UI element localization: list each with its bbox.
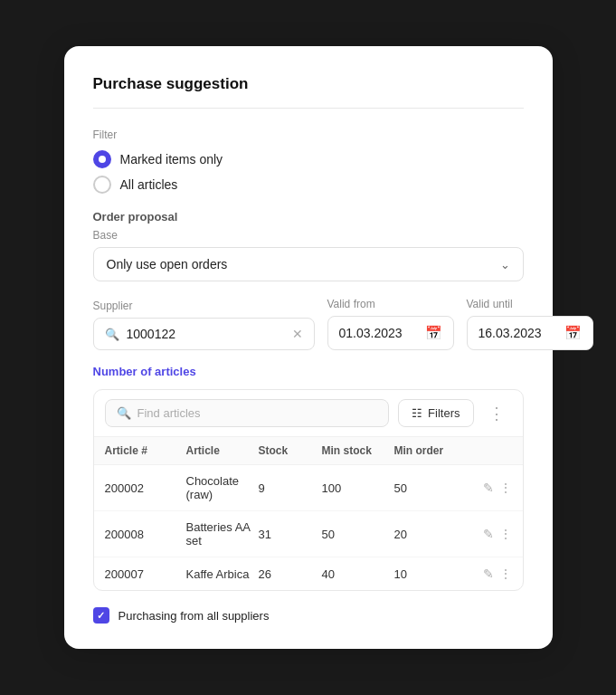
- valid-until-calendar-icon: 📅: [564, 325, 582, 341]
- article-name-1: Batteries AA set: [186, 520, 259, 547]
- valid-from-group: Valid from 01.03.2023 📅: [327, 298, 454, 350]
- card-title: Purchase suggestion: [93, 75, 524, 109]
- valid-from-input[interactable]: 01.03.2023 📅: [327, 316, 454, 350]
- edit-icon-1[interactable]: ✎: [483, 527, 494, 541]
- edit-icon-2[interactable]: ✎: [483, 566, 494, 581]
- col-min-order: Min order: [394, 444, 467, 457]
- order-proposal-section: Order proposal Base Only use open orders…: [93, 210, 524, 281]
- chevron-down-icon: ⌄: [500, 258, 510, 271]
- min-stock-1: 50: [322, 528, 394, 541]
- supplier-group: Supplier 🔍 ✕: [93, 300, 315, 350]
- edit-icon-0[interactable]: ✎: [483, 481, 494, 495]
- base-select[interactable]: Only use open orders ⌄: [93, 247, 524, 281]
- supplier-date-row: Supplier 🔍 ✕ Valid from 01.03.2023 📅 Val…: [93, 298, 524, 350]
- row-more-icon-2[interactable]: ⋮: [499, 566, 512, 581]
- base-label: Base: [93, 229, 524, 242]
- supplier-search-icon: 🔍: [105, 328, 119, 341]
- supplier-input-box: 🔍 ✕: [93, 318, 315, 350]
- article-name-0: Chocolate (raw): [186, 474, 259, 501]
- col-actions: [467, 444, 512, 457]
- valid-until-value: 16.03.2023: [479, 326, 542, 340]
- min-stock-0: 100: [322, 481, 394, 495]
- articles-toolbar: 🔍 Find articles ☷ Filters ⋮: [94, 390, 523, 437]
- purchasing-checkbox-label: Purchasing from all suppliers: [118, 609, 270, 623]
- valid-from-calendar-icon: 📅: [425, 325, 442, 341]
- table-row: 200007 Kaffe Arbica 26 40 10 ✎ ⋮: [94, 557, 523, 590]
- min-stock-2: 40: [322, 567, 394, 581]
- filter-label: Filter: [93, 129, 524, 141]
- supplier-label: Supplier: [93, 300, 315, 312]
- valid-from-label: Valid from: [327, 298, 454, 310]
- col-stock: Stock: [259, 444, 322, 457]
- supplier-input[interactable]: [127, 327, 285, 341]
- purchase-suggestion-card: Purchase suggestion Filter Marked items …: [64, 46, 553, 649]
- stock-0: 9: [259, 481, 322, 495]
- valid-until-input[interactable]: 16.03.2023 📅: [467, 316, 593, 350]
- col-article: Article: [186, 444, 259, 457]
- row-more-icon-0[interactable]: ⋮: [499, 481, 512, 495]
- min-order-2: 10: [394, 567, 467, 581]
- col-article-num: Article #: [105, 444, 186, 457]
- article-name-2: Kaffe Arbica: [186, 567, 259, 581]
- valid-from-value: 01.03.2023: [339, 326, 403, 340]
- min-order-1: 20: [394, 528, 467, 541]
- col-min-stock: Min stock: [322, 444, 394, 457]
- radio-marked-label: Marked items only: [120, 152, 223, 167]
- article-num-2: 200007: [105, 567, 186, 581]
- table-row: 200008 Batteries AA set 31 50 20 ✎ ⋮: [94, 511, 523, 557]
- articles-section-label: Number of articles: [93, 365, 524, 378]
- articles-panel: 🔍 Find articles ☷ Filters ⋮ Article # Ar…: [93, 389, 524, 591]
- row-actions-1: ✎ ⋮: [467, 527, 512, 541]
- article-num-0: 200002: [105, 481, 186, 495]
- table-row: 200002 Chocolate (raw) 9 100 50 ✎ ⋮: [94, 465, 523, 511]
- min-order-0: 50: [394, 481, 467, 495]
- radio-marked-items[interactable]: Marked items only: [93, 150, 524, 168]
- purchasing-checkbox-icon: [93, 607, 109, 624]
- table-header: Article # Article Stock Min stock Min or…: [94, 437, 523, 465]
- articles-toolbar-more-icon[interactable]: ⋮: [483, 402, 512, 425]
- row-more-icon-1[interactable]: ⋮: [499, 527, 512, 541]
- radio-all-articles[interactable]: All articles: [93, 176, 524, 194]
- row-actions-0: ✎ ⋮: [467, 481, 512, 495]
- radio-marked-icon: [93, 150, 111, 168]
- filter-funnel-icon: ☷: [412, 406, 422, 420]
- purchasing-checkbox-row[interactable]: Purchasing from all suppliers: [93, 607, 524, 624]
- radio-all-icon: [93, 176, 111, 194]
- radio-all-label: All articles: [120, 177, 178, 192]
- stock-2: 26: [259, 567, 322, 581]
- supplier-clear-button[interactable]: ✕: [292, 327, 303, 341]
- filters-button[interactable]: ☷ Filters: [398, 399, 473, 427]
- filters-button-label: Filters: [428, 406, 460, 420]
- valid-until-label: Valid until: [467, 298, 593, 310]
- valid-until-group: Valid until 16.03.2023 📅: [467, 298, 593, 350]
- order-proposal-title: Order proposal: [93, 210, 524, 224]
- find-articles-search[interactable]: 🔍 Find articles: [105, 399, 390, 427]
- find-articles-search-icon: 🔍: [117, 406, 131, 420]
- stock-1: 31: [259, 528, 322, 541]
- row-actions-2: ✎ ⋮: [467, 566, 512, 581]
- article-num-1: 200008: [105, 528, 186, 541]
- base-select-value: Only use open orders: [107, 257, 228, 271]
- find-articles-placeholder: Find articles: [137, 406, 201, 420]
- filter-group: Filter Marked items only All articles: [93, 129, 524, 194]
